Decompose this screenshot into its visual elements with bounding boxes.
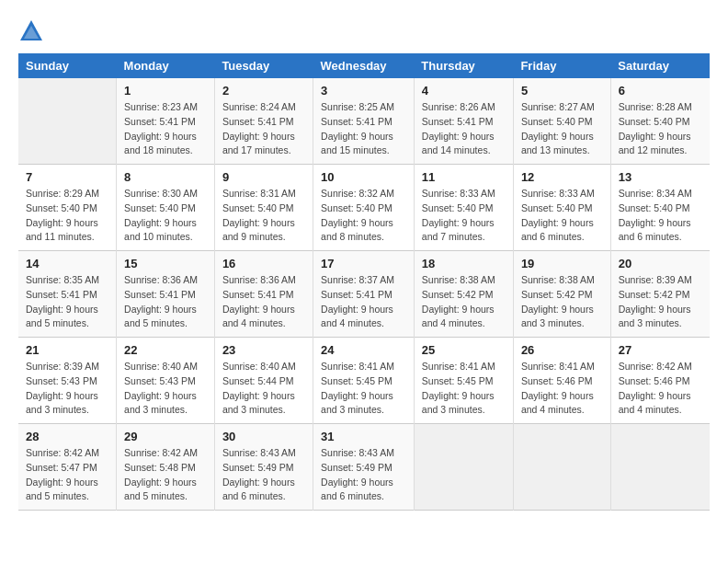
calendar-cell: 20Sunrise: 8:39 AM Sunset: 5:42 PM Dayli… (610, 251, 710, 338)
calendar-cell: 30Sunrise: 8:43 AM Sunset: 5:49 PM Dayli… (214, 424, 313, 511)
calendar-cell: 18Sunrise: 8:38 AM Sunset: 5:42 PM Dayli… (414, 251, 513, 338)
day-number: 18 (422, 257, 506, 270)
day-number: 6 (619, 84, 702, 98)
weekday-header-row: SundayMondayTuesdayWednesdayThursdayFrid… (18, 53, 710, 78)
day-info: Sunrise: 8:38 AM Sunset: 5:42 PM Dayligh… (521, 273, 603, 331)
day-info: Sunrise: 8:32 AM Sunset: 5:40 PM Dayligh… (321, 187, 406, 245)
day-number: 8 (124, 170, 207, 184)
day-info: Sunrise: 8:36 AM Sunset: 5:41 PM Dayligh… (222, 273, 305, 331)
day-info: Sunrise: 8:40 AM Sunset: 5:43 PM Dayligh… (124, 360, 207, 418)
day-number: 29 (124, 430, 207, 443)
day-info: Sunrise: 8:39 AM Sunset: 5:42 PM Dayligh… (619, 273, 702, 331)
day-number: 14 (26, 257, 108, 270)
calendar-week-row: 7Sunrise: 8:29 AM Sunset: 5:40 PM Daylig… (18, 165, 710, 251)
day-number: 28 (26, 430, 108, 443)
weekday-header: Wednesday (313, 53, 415, 78)
calendar-cell: 8Sunrise: 8:30 AM Sunset: 5:40 PM Daylig… (117, 165, 215, 251)
calendar-cell (513, 424, 610, 511)
day-info: Sunrise: 8:38 AM Sunset: 5:42 PM Dayligh… (422, 273, 506, 331)
calendar-cell: 21Sunrise: 8:39 AM Sunset: 5:43 PM Dayli… (18, 338, 117, 424)
calendar-cell: 1Sunrise: 8:23 AM Sunset: 5:41 PM Daylig… (117, 78, 215, 165)
calendar-cell: 2Sunrise: 8:24 AM Sunset: 5:41 PM Daylig… (214, 78, 313, 165)
weekday-header: Tuesday (214, 53, 313, 78)
day-number: 17 (321, 257, 406, 270)
calendar-cell (610, 424, 710, 511)
day-info: Sunrise: 8:40 AM Sunset: 5:44 PM Dayligh… (222, 360, 305, 418)
day-info: Sunrise: 8:24 AM Sunset: 5:41 PM Dayligh… (222, 100, 305, 158)
day-number: 15 (124, 257, 207, 270)
logo (18, 18, 48, 44)
day-number: 22 (124, 343, 207, 357)
day-number: 26 (521, 343, 603, 357)
calendar-cell: 23Sunrise: 8:40 AM Sunset: 5:44 PM Dayli… (214, 338, 313, 424)
day-number: 27 (619, 343, 702, 357)
day-info: Sunrise: 8:26 AM Sunset: 5:41 PM Dayligh… (422, 100, 506, 158)
day-number: 3 (321, 84, 406, 98)
day-info: Sunrise: 8:42 AM Sunset: 5:48 PM Dayligh… (124, 446, 207, 504)
page-header (18, 18, 710, 44)
calendar-cell: 9Sunrise: 8:31 AM Sunset: 5:40 PM Daylig… (214, 165, 313, 251)
calendar-cell: 12Sunrise: 8:33 AM Sunset: 5:40 PM Dayli… (513, 165, 610, 251)
day-info: Sunrise: 8:36 AM Sunset: 5:41 PM Dayligh… (124, 273, 207, 331)
calendar-cell: 7Sunrise: 8:29 AM Sunset: 5:40 PM Daylig… (18, 165, 117, 251)
calendar-cell: 3Sunrise: 8:25 AM Sunset: 5:41 PM Daylig… (313, 78, 415, 165)
day-info: Sunrise: 8:28 AM Sunset: 5:40 PM Dayligh… (619, 100, 702, 158)
calendar-cell: 24Sunrise: 8:41 AM Sunset: 5:45 PM Dayli… (313, 338, 415, 424)
calendar-cell: 29Sunrise: 8:42 AM Sunset: 5:48 PM Dayli… (117, 424, 215, 511)
calendar-cell: 6Sunrise: 8:28 AM Sunset: 5:40 PM Daylig… (610, 78, 710, 165)
logo-icon (18, 18, 44, 44)
day-info: Sunrise: 8:39 AM Sunset: 5:43 PM Dayligh… (26, 360, 108, 418)
calendar-cell: 14Sunrise: 8:35 AM Sunset: 5:41 PM Dayli… (18, 251, 117, 338)
day-number: 4 (422, 84, 506, 98)
calendar-cell: 27Sunrise: 8:42 AM Sunset: 5:46 PM Dayli… (610, 338, 710, 424)
day-info: Sunrise: 8:37 AM Sunset: 5:41 PM Dayligh… (321, 273, 406, 331)
calendar-week-row: 21Sunrise: 8:39 AM Sunset: 5:43 PM Dayli… (18, 338, 710, 424)
calendar-cell: 31Sunrise: 8:43 AM Sunset: 5:49 PM Dayli… (313, 424, 415, 511)
day-number: 21 (26, 343, 108, 357)
calendar-cell: 15Sunrise: 8:36 AM Sunset: 5:41 PM Dayli… (117, 251, 215, 338)
weekday-header: Monday (117, 53, 215, 78)
day-info: Sunrise: 8:41 AM Sunset: 5:45 PM Dayligh… (321, 360, 406, 418)
day-info: Sunrise: 8:42 AM Sunset: 5:47 PM Dayligh… (26, 446, 108, 504)
day-info: Sunrise: 8:33 AM Sunset: 5:40 PM Dayligh… (521, 187, 603, 245)
calendar-week-row: 1Sunrise: 8:23 AM Sunset: 5:41 PM Daylig… (18, 78, 710, 165)
day-number: 16 (222, 257, 305, 270)
calendar-cell: 4Sunrise: 8:26 AM Sunset: 5:41 PM Daylig… (414, 78, 513, 165)
calendar-cell: 25Sunrise: 8:41 AM Sunset: 5:45 PM Dayli… (414, 338, 513, 424)
calendar-cell: 26Sunrise: 8:41 AM Sunset: 5:46 PM Dayli… (513, 338, 610, 424)
day-number: 1 (124, 84, 207, 98)
day-info: Sunrise: 8:25 AM Sunset: 5:41 PM Dayligh… (321, 100, 406, 158)
calendar-header: SundayMondayTuesdayWednesdayThursdayFrid… (18, 53, 710, 78)
day-number: 20 (619, 257, 702, 270)
weekday-header: Friday (513, 53, 610, 78)
day-info: Sunrise: 8:30 AM Sunset: 5:40 PM Dayligh… (124, 187, 207, 245)
day-number: 11 (422, 170, 506, 184)
day-info: Sunrise: 8:33 AM Sunset: 5:40 PM Dayligh… (422, 187, 506, 245)
calendar-cell: 22Sunrise: 8:40 AM Sunset: 5:43 PM Dayli… (117, 338, 215, 424)
day-number: 12 (521, 170, 603, 184)
day-number: 19 (521, 257, 603, 270)
day-info: Sunrise: 8:27 AM Sunset: 5:40 PM Dayligh… (521, 100, 603, 158)
day-number: 9 (222, 170, 305, 184)
day-info: Sunrise: 8:34 AM Sunset: 5:40 PM Dayligh… (619, 187, 702, 245)
calendar-body: 1Sunrise: 8:23 AM Sunset: 5:41 PM Daylig… (18, 78, 710, 511)
calendar-cell: 19Sunrise: 8:38 AM Sunset: 5:42 PM Dayli… (513, 251, 610, 338)
day-number: 5 (521, 84, 603, 98)
day-number: 2 (222, 84, 305, 98)
calendar-week-row: 14Sunrise: 8:35 AM Sunset: 5:41 PM Dayli… (18, 251, 710, 338)
day-number: 30 (222, 430, 305, 443)
day-number: 13 (619, 170, 702, 184)
day-info: Sunrise: 8:29 AM Sunset: 5:40 PM Dayligh… (26, 187, 108, 245)
calendar-cell: 5Sunrise: 8:27 AM Sunset: 5:40 PM Daylig… (513, 78, 610, 165)
weekday-header: Thursday (414, 53, 513, 78)
day-number: 24 (321, 343, 406, 357)
day-info: Sunrise: 8:43 AM Sunset: 5:49 PM Dayligh… (321, 446, 406, 504)
calendar-cell (18, 78, 117, 165)
calendar-cell: 16Sunrise: 8:36 AM Sunset: 5:41 PM Dayli… (214, 251, 313, 338)
day-number: 25 (422, 343, 506, 357)
day-info: Sunrise: 8:41 AM Sunset: 5:45 PM Dayligh… (422, 360, 506, 418)
day-info: Sunrise: 8:23 AM Sunset: 5:41 PM Dayligh… (124, 100, 207, 158)
calendar-cell: 11Sunrise: 8:33 AM Sunset: 5:40 PM Dayli… (414, 165, 513, 251)
day-info: Sunrise: 8:35 AM Sunset: 5:41 PM Dayligh… (26, 273, 108, 331)
day-info: Sunrise: 8:41 AM Sunset: 5:46 PM Dayligh… (521, 360, 603, 418)
